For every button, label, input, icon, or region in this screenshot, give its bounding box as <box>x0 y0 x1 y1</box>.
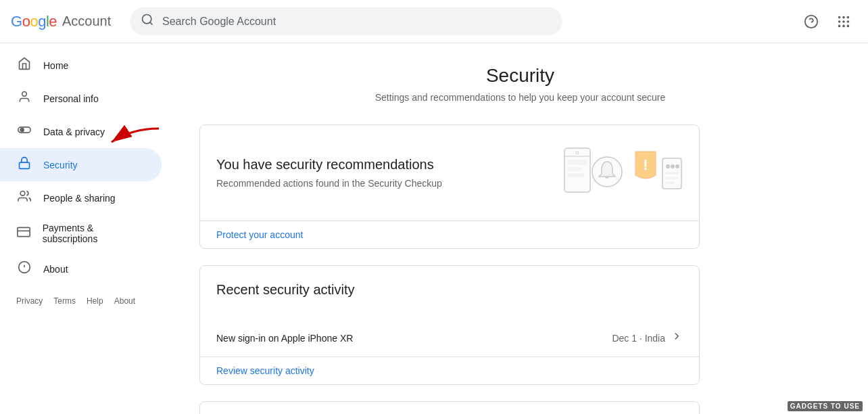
google-account-logo[interactable]: Google Account <box>11 13 119 30</box>
google-wordmark: Google <box>11 13 57 30</box>
signing-in-card-body: Signing in to Google <box>200 402 699 414</box>
security-recommendations-card: You have security recommendations Recomm… <box>199 124 700 249</box>
security-rec-card-top: You have security recommendations Recomm… <box>216 141 683 204</box>
svg-rect-29 <box>568 173 584 177</box>
svg-rect-28 <box>568 167 581 171</box>
activity-row-iphone[interactable]: New sign-in on Apple iPhone XR Dec 1 · I… <box>200 319 699 357</box>
svg-point-35 <box>675 164 679 168</box>
recent-activity-action: Review security activity <box>200 357 699 384</box>
svg-rect-27 <box>568 160 587 165</box>
info-icon <box>16 260 32 277</box>
svg-point-33 <box>666 164 670 168</box>
footer-terms[interactable]: Terms <box>53 296 76 306</box>
svg-point-11 <box>842 24 845 27</box>
header-actions <box>798 8 857 35</box>
signing-in-card: Signing in to Google <box>199 401 700 414</box>
sidebar-item-security[interactable]: Security <box>0 148 162 181</box>
protect-account-link[interactable]: Protect your account <box>216 229 303 240</box>
svg-line-1 <box>150 22 153 25</box>
sidebar-item-personal-info-label: Personal info <box>43 93 99 104</box>
search-input[interactable] <box>162 16 552 28</box>
card-icon <box>16 225 32 242</box>
sidebar-item-home-label: Home <box>43 60 68 71</box>
svg-point-9 <box>847 20 850 23</box>
footer-help[interactable]: Help <box>87 296 103 306</box>
footer-about[interactable]: About <box>114 296 135 306</box>
help-button[interactable] <box>798 8 825 35</box>
svg-rect-16 <box>20 162 30 168</box>
svg-point-6 <box>847 16 850 18</box>
svg-point-4 <box>838 16 841 18</box>
svg-point-8 <box>842 20 845 23</box>
svg-point-7 <box>838 20 841 23</box>
recent-activity-card-body: Recent security activity <box>200 266 699 319</box>
activity-chevron-icon <box>671 330 683 346</box>
people-icon <box>16 189 32 206</box>
svg-rect-37 <box>665 177 679 179</box>
sidebar-item-payments-label: Payments & subscriptions <box>43 223 145 244</box>
activity-device-label: New sign-in on Apple iPhone XR <box>216 333 353 344</box>
home-icon <box>16 57 32 74</box>
main-content: Security Settings and recommendations to… <box>172 43 868 414</box>
svg-point-34 <box>671 164 675 168</box>
svg-point-12 <box>847 24 850 27</box>
sidebar-item-people-sharing[interactable]: People & sharing <box>0 181 162 214</box>
review-security-link[interactable]: Review security activity <box>216 365 314 376</box>
sidebar-item-data-privacy[interactable]: Data & privacy <box>0 115 162 148</box>
security-rec-desc: Recommended actions found in the Securit… <box>216 178 561 189</box>
device-sketch: ! <box>561 141 683 204</box>
page-title: Security <box>199 65 841 87</box>
activity-meta: Dec 1 · India <box>612 330 683 346</box>
page-subtitle: Settings and recommendations to help you… <box>199 92 841 103</box>
sidebar-item-home[interactable]: Home <box>0 49 162 82</box>
svg-rect-18 <box>18 227 30 236</box>
svg-point-15 <box>20 129 24 132</box>
security-rec-card-text: You have security recommendations Recomm… <box>216 157 561 189</box>
sidebar-item-about[interactable]: About <box>0 252 162 285</box>
sidebar-item-payments[interactable]: Payments & subscriptions <box>0 214 162 252</box>
sidebar-footer: Privacy Terms Help About <box>0 285 172 317</box>
sidebar-item-about-label: About <box>43 264 68 275</box>
footer-privacy[interactable]: Privacy <box>16 296 43 306</box>
svg-point-5 <box>842 16 845 18</box>
apps-button[interactable] <box>830 8 857 35</box>
security-rec-action: Protect your account <box>200 221 699 248</box>
lock-icon <box>16 156 32 173</box>
security-rec-title: You have security recommendations <box>216 157 561 172</box>
sidebar-item-personal-info[interactable]: Personal info <box>0 82 162 115</box>
person-icon <box>16 90 32 107</box>
watermark: GADGETS TO USE <box>788 401 863 411</box>
security-rec-illustration: ! <box>561 141 683 204</box>
sidebar-item-data-privacy-label: Data & privacy <box>43 127 105 137</box>
toggle-icon <box>16 123 32 140</box>
svg-point-10 <box>838 24 841 27</box>
main-layout: Home Personal info Data & privacy <box>0 43 868 414</box>
sidebar-item-people-sharing-label: People & sharing <box>43 193 116 204</box>
sidebar: Home Personal info Data & privacy <box>0 43 172 414</box>
account-label: Account <box>62 14 111 29</box>
sidebar-item-security-label: Security <box>43 160 78 170</box>
header: Google Account <box>0 0 868 43</box>
svg-point-0 <box>143 15 151 24</box>
search-bar <box>130 7 562 35</box>
search-icon <box>141 13 154 30</box>
svg-rect-38 <box>665 181 675 184</box>
recent-activity-card: Recent security activity New sign-in on … <box>199 265 700 385</box>
svg-point-17 <box>20 191 25 196</box>
svg-point-13 <box>22 92 27 97</box>
security-rec-card-body: You have security recommendations Recomm… <box>200 125 699 221</box>
activity-date-location: Dec 1 · India <box>612 333 665 344</box>
svg-text:!: ! <box>643 156 648 173</box>
svg-rect-36 <box>665 172 679 175</box>
recent-activity-title: Recent security activity <box>216 282 683 298</box>
